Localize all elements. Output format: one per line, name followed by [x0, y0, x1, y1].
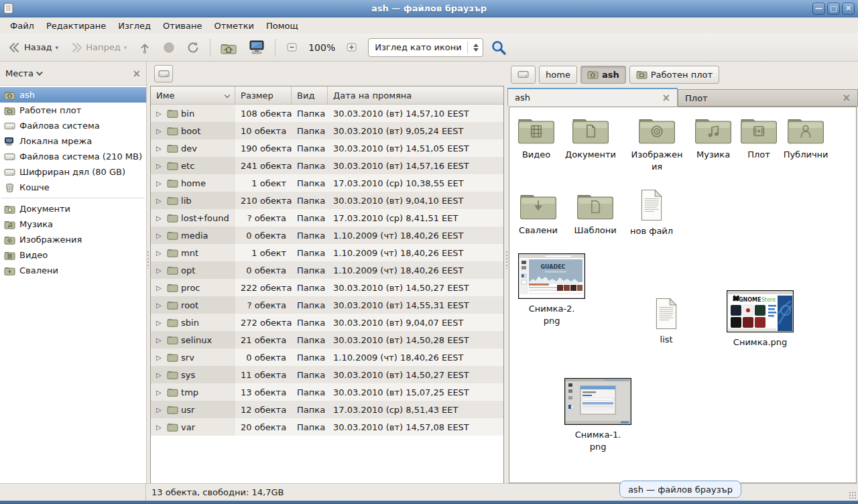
- table-row-usr[interactable]: ▷ usr12 обектаПапка17.03.2010 (ср) 8,51,…: [151, 401, 503, 418]
- expander-icon[interactable]: ▷: [156, 424, 164, 431]
- icon-item-documents[interactable]: Документи: [564, 115, 617, 161]
- table-row-root[interactable]: ▷ root? обектаПапка30.03.2010 (вт) 14,55…: [151, 296, 503, 314]
- expander-icon[interactable]: ▷: [156, 110, 164, 117]
- icon-item-snimka1[interactable]: Снимка-1.png: [563, 378, 633, 452]
- menu-item-1[interactable]: Файл: [4, 19, 40, 33]
- tab-плот[interactable]: Плот×: [678, 89, 858, 107]
- menu-item-5[interactable]: Отметки: [208, 19, 259, 33]
- minimize-button[interactable]: —: [812, 3, 825, 15]
- maximize-button[interactable]: ▢: [827, 3, 840, 15]
- table-row-sbin[interactable]: ▷ sbin272 обектаПапка30.03.2010 (вт) 9,0…: [151, 314, 503, 331]
- table-row-sys[interactable]: ▷ sys11 обектаПапка30.03.2010 (вт) 14,50…: [151, 366, 503, 383]
- table-row-bin[interactable]: ▷ bin108 обектаПапка30.03.2010 (вт) 14,5…: [151, 105, 503, 122]
- sidebar-item-локална-мрежа[interactable]: Локална мрежа: [0, 133, 146, 149]
- tab-ash[interactable]: ash×: [507, 88, 678, 107]
- column-header-date[interactable]: Дата на промяна: [328, 86, 503, 104]
- sidebar-item-изображения[interactable]: Изображения: [0, 232, 146, 247]
- sidebar-item-документи[interactable]: Документи: [0, 201, 146, 216]
- table-row-lost+found[interactable]: ▷ lost+found? обектаПапка17.03.2010 (ср)…: [151, 209, 503, 227]
- icon-item-public[interactable]: Публични: [779, 115, 833, 161]
- stop-button[interactable]: [158, 38, 180, 57]
- expander-icon[interactable]: ▷: [156, 389, 164, 396]
- icon-item-downloads[interactable]: Свалени: [513, 191, 564, 237]
- table-row-home[interactable]: ▷ home1 обектПапка17.03.2010 (ср) 10,38,…: [151, 174, 503, 192]
- table-row-opt[interactable]: ▷ opt0 обектаПапка1.10.2009 (чт) 18,40,2…: [151, 261, 503, 279]
- pane-splitter[interactable]: [147, 62, 149, 483]
- expander-icon[interactable]: ▷: [156, 371, 164, 379]
- expander-icon[interactable]: ▷: [156, 354, 164, 361]
- table-row-lib[interactable]: ▷ lib210 обектаПапка30.03.2010 (вт) 9,04…: [151, 192, 503, 209]
- icon-item-images[interactable]: Изображения: [629, 115, 684, 172]
- breadcrumb-button-root[interactable]: [511, 66, 536, 84]
- home-button[interactable]: [216, 38, 241, 58]
- expander-icon[interactable]: ▷: [156, 406, 164, 414]
- sidebar-item-шифриран-дял-80-gb-[interactable]: Шифриран дял (80 GB): [0, 164, 146, 180]
- zoom-out-button[interactable]: [281, 38, 303, 57]
- icon-item-newfile[interactable]: нов файл: [626, 189, 677, 237]
- icon-item-templates[interactable]: Шаблони: [569, 191, 621, 237]
- menu-item-2[interactable]: Редактиране: [40, 19, 112, 33]
- sidebar-item-свалени[interactable]: Свалени: [0, 263, 146, 278]
- sidebar-item-ash[interactable]: ash: [0, 87, 146, 103]
- expander-icon[interactable]: ▷: [156, 284, 164, 292]
- icon-item-desktop[interactable]: Плот: [733, 115, 784, 161]
- up-button[interactable]: [134, 38, 156, 57]
- table-row-mnt[interactable]: ▷ mnt1 обектПапка1.10.2009 (чт) 18,40,26…: [151, 244, 503, 261]
- filesystem-root-button[interactable]: [154, 65, 173, 82]
- expander-icon[interactable]: ▷: [156, 162, 164, 170]
- tab-close-icon[interactable]: ×: [662, 92, 671, 104]
- sidebar-item-файлова-система-210-mb-[interactable]: Файлова система (210 MB): [0, 149, 146, 164]
- expander-icon[interactable]: ▷: [156, 319, 164, 326]
- icon-view[interactable]: Видео Документи Изображения Музика Плот …: [509, 107, 857, 483]
- expander-icon[interactable]: ▷: [156, 336, 164, 344]
- sidebar-item-кошче[interactable]: Кошче: [0, 180, 146, 195]
- table-row-boot[interactable]: ▷ boot10 обектаПапка30.03.2010 (вт) 9,05…: [151, 122, 503, 139]
- menu-item-4[interactable]: Отиване: [157, 19, 208, 33]
- table-row-srv[interactable]: ▷ srv0 обектаПапка1.10.2009 (чт) 18,40,2…: [151, 349, 503, 366]
- menu-item-6[interactable]: Помощ: [260, 19, 304, 33]
- column-header-name[interactable]: Име: [151, 86, 235, 104]
- close-button[interactable]: ✕: [842, 3, 855, 15]
- table-row-media[interactable]: ▷ media0 обектаПапка1.10.2009 (чт) 18,40…: [151, 227, 503, 244]
- sidebar-item-видео[interactable]: Видео: [0, 247, 146, 263]
- column-header-size[interactable]: Размер: [235, 86, 292, 104]
- icon-item-listfile[interactable]: list: [641, 298, 692, 346]
- back-button[interactable]: Назад▾: [4, 39, 63, 56]
- places-header[interactable]: Места ×: [0, 62, 146, 86]
- icon-item-music[interactable]: Музика: [688, 115, 739, 161]
- pane-splitter[interactable]: [505, 62, 507, 483]
- view-mode-select[interactable]: Изглед като икони: [368, 38, 483, 57]
- table-row-dev[interactable]: ▷ dev190 обектаПапка30.03.2010 (вт) 14,5…: [151, 139, 503, 157]
- expander-icon[interactable]: ▷: [156, 180, 164, 187]
- expander-icon[interactable]: ▷: [156, 127, 164, 135]
- icon-item-snimka[interactable]: GNOME Store Снимка.png: [727, 290, 794, 349]
- breadcrumb-button-ash[interactable]: ash: [580, 66, 626, 84]
- icon-item-snimka2[interactable]: GUADEC Снимка-2.png: [518, 253, 585, 326]
- expander-icon[interactable]: ▷: [156, 249, 164, 257]
- table-row-etc[interactable]: ▷ etc241 обектаПапка30.03.2010 (вт) 14,5…: [151, 157, 503, 174]
- expander-icon[interactable]: ▷: [156, 197, 164, 204]
- table-row-var[interactable]: ▷ var20 обектаПапка30.03.2010 (вт) 14,57…: [151, 418, 503, 436]
- expander-icon[interactable]: ▷: [156, 267, 164, 274]
- column-header-type[interactable]: Вид: [292, 86, 328, 104]
- expander-icon[interactable]: ▷: [156, 145, 164, 152]
- expander-icon[interactable]: ▷: [156, 214, 164, 222]
- expander-icon[interactable]: ▷: [156, 232, 164, 239]
- sidebar-close-icon[interactable]: ×: [133, 68, 141, 80]
- sidebar-item-музика[interactable]: Музика: [0, 216, 146, 232]
- search-button[interactable]: [486, 36, 511, 59]
- table-row-tmp[interactable]: ▷ tmp13 обектаПапка30.03.2010 (вт) 15,07…: [151, 383, 503, 401]
- menu-item-3[interactable]: Изглед: [112, 19, 157, 33]
- computer-button[interactable]: [244, 37, 269, 58]
- breadcrumb-button-Работен плот[interactable]: Работен плот: [629, 66, 719, 84]
- sidebar-item-файлова-система[interactable]: Файлова система: [0, 118, 146, 133]
- table-row-proc[interactable]: ▷ proc222 обектаПапка30.03.2010 (вт) 14,…: [151, 279, 503, 296]
- sidebar-item-работен-плот[interactable]: Работен плот: [0, 103, 146, 118]
- forward-button[interactable]: Напред▾: [66, 39, 131, 56]
- breadcrumb-button-home[interactable]: home: [539, 66, 577, 84]
- zoom-in-button[interactable]: [341, 38, 363, 57]
- icon-item-videos[interactable]: Видео: [511, 115, 562, 161]
- resize-grip[interactable]: [849, 491, 857, 499]
- expander-icon[interactable]: ▷: [156, 302, 164, 309]
- reload-button[interactable]: [182, 38, 204, 57]
